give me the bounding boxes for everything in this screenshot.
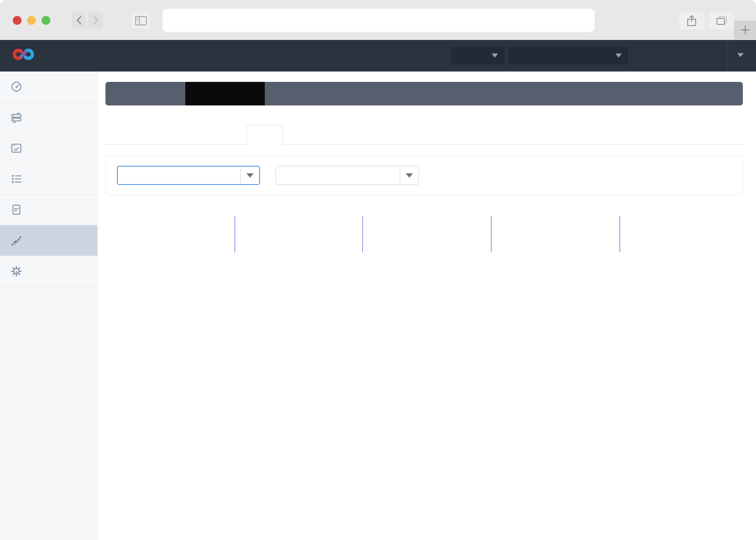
address-bar[interactable]	[163, 9, 595, 32]
close-window-button[interactable]	[13, 16, 22, 25]
gear-icon	[10, 265, 22, 277]
chevron-right-icon	[93, 15, 99, 26]
date-tab-previous-3-months[interactable]	[583, 82, 663, 105]
date-tab-yesterday[interactable]	[185, 82, 265, 105]
chevron-down-icon	[406, 173, 413, 178]
minimize-window-button[interactable]	[27, 16, 36, 25]
sidebar-toggle-icon	[135, 16, 147, 26]
sidebar-item-dashboard[interactable]	[0, 71, 97, 102]
sidebar-item-infographics[interactable]	[0, 225, 97, 256]
date-tab-last-week[interactable]	[345, 82, 425, 105]
server-stack-icon	[10, 111, 22, 123]
sidebar-item-server-logs[interactable]	[0, 195, 97, 225]
chevron-down-icon	[246, 173, 254, 178]
browser-window	[0, 0, 756, 540]
stat-divider	[619, 216, 620, 252]
plus-icon	[740, 25, 750, 35]
new-tab-button[interactable]	[734, 21, 756, 39]
sidebar-item-setup[interactable]	[0, 256, 97, 287]
vertical-select[interactable]	[509, 47, 628, 64]
share-icon	[687, 15, 697, 27]
stat-divider	[234, 216, 235, 252]
back-button[interactable]	[71, 12, 86, 28]
date-tab-this-month[interactable]	[424, 82, 504, 105]
brand-logo[interactable]	[12, 47, 39, 62]
sidebar-item-data-mgmt[interactable]	[0, 164, 97, 195]
report-tabs	[0, 125, 756, 145]
tab-funnel-box	[246, 125, 283, 145]
sidebar-toggle-button[interactable]	[132, 13, 150, 28]
app-navbar	[0, 40, 756, 71]
scatter-dots-icon	[10, 234, 22, 246]
funnel-chart	[105, 269, 225, 329]
report-tabs-rule	[105, 144, 743, 145]
stat-divider	[491, 216, 492, 252]
gauge-icon	[10, 81, 22, 93]
chevron-left-icon	[76, 15, 82, 26]
publisher-tier-select[interactable]	[276, 166, 419, 185]
document-icon	[10, 204, 22, 216]
date-tab-today[interactable]	[105, 82, 185, 105]
publisher-select[interactable]	[117, 166, 260, 185]
share-button[interactable]	[679, 12, 704, 30]
date-range-tabs	[105, 82, 743, 105]
navbar-divider	[728, 40, 728, 71]
forward-button[interactable]	[88, 12, 103, 28]
date-tab-last-month[interactable]	[504, 82, 584, 105]
stat-divider	[362, 216, 363, 252]
list-icon	[10, 173, 22, 185]
user-menu-button[interactable]	[737, 53, 744, 57]
filter-panel	[105, 155, 743, 195]
date-tab-this-week[interactable]	[265, 82, 345, 105]
zoom-window-button[interactable]	[42, 16, 50, 25]
chevron-down-icon	[492, 54, 498, 58]
tabs-icon	[716, 16, 728, 26]
chevron-down-icon	[615, 54, 622, 58]
region-select[interactable]	[451, 47, 504, 64]
drawpoint-logo-icon	[12, 47, 35, 62]
date-tab-custom-range[interactable]	[663, 82, 743, 105]
browser-chrome	[0, 0, 756, 40]
tab-overview-button[interactable]	[709, 12, 734, 30]
